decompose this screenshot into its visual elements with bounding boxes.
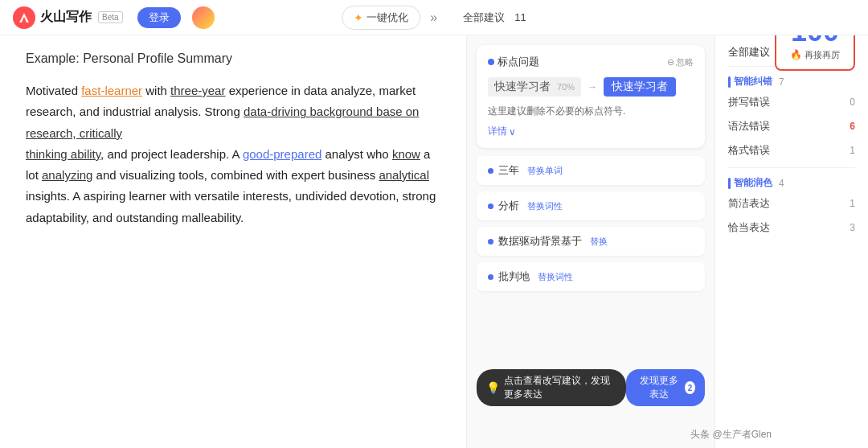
discover-button[interactable]: 发现更多表达 2 [626,369,705,406]
more-button[interactable]: » [427,10,440,25]
suggestion-panel: 标点问题 ⊖ 忽略 快速学习者 70% → 快速学习者 这里建议删除不必要的标点… [466,35,715,448]
ignore-label: 忽略 [676,56,694,68]
beta-badge: Beta [98,11,123,23]
concise-count: 1 [850,198,855,209]
editor-area: Example: Personal Profile Summary Motiva… [0,35,466,448]
text-good-prepared: good-prepared [243,147,321,161]
avatar-button[interactable] [192,6,215,29]
suggestion-action-2[interactable]: 替换词性 [527,200,563,212]
suggestion-item-2[interactable]: 分析 替换词性 [477,191,705,220]
logo-text: 火山写作 [40,9,92,26]
group-polish-label: 智能润色 [734,176,772,190]
appropriate-label: 恰当表达 [728,220,770,235]
format-count: 1 [850,145,855,156]
text-fast-learner: fast-learner [81,84,142,97]
item-format[interactable]: 格式错误 1 [728,138,855,162]
word-suggested[interactable]: 快速学习者 [604,77,676,97]
section-bar-2 [728,178,731,189]
navbar-center: ✦ 一键优化 » 全部建议 11 [342,6,526,30]
group-polish-count: 4 [779,178,784,189]
suggestions-count: 11 [514,11,526,23]
login-button[interactable]: 登录 [137,7,181,28]
group-polish-title: 智能润色 4 [728,173,855,191]
optimize-button[interactable]: ✦ 一键优化 [342,6,420,30]
grammar-label: 语法错误 [728,119,770,134]
format-label: 格式错误 [728,143,770,158]
chevron-down-icon: ∨ [509,126,516,138]
appropriate-count: 3 [850,222,855,233]
suggestion-item-4[interactable]: 批判地 替换词性 [477,262,705,291]
text-plain-8: insights. A aspiring learner with versat… [26,189,436,224]
text-plain-2: with [142,84,170,97]
doc-title: Example: Personal Profile Summary [26,51,440,66]
bulb-icon: 💡 [486,381,500,394]
doc-content: Motivated fast-learner with three-year e… [26,80,440,228]
score-subtitle: 🔥 再接再厉 [790,49,840,61]
item-concise[interactable]: 简洁表达 1 [728,191,855,216]
group-polish: 智能润色 4 简洁表达 1 恰当表达 3 [728,173,855,240]
group-correction-title: 智能纠错 7 [728,72,855,90]
detail-label: 详情 [488,125,507,138]
suggestion-dot-1 [488,168,493,174]
optimize-label: 一键优化 [366,10,408,25]
group-correction-count: 7 [779,76,784,88]
text-plain-4: , and project leadership. A [100,147,243,161]
text-analyzing: analyzing [42,168,92,182]
divider-2 [728,167,855,168]
item-appropriate[interactable]: 恰当表达 3 [728,216,855,240]
item-grammar[interactable]: 语法错误 6 [728,114,855,138]
group-correction-label: 智能纠错 [734,75,772,88]
text-plain-5: analyst who [321,147,392,161]
text-know: know [392,147,420,161]
suggestion-dot-4 [488,274,493,280]
text-plain-1: Motivated [26,84,81,97]
suggestion-dot-2 [488,203,493,209]
word-arrow-icon: → [588,81,597,92]
navbar: 火山写作 Beta 登录 ✦ 一键优化 » 全部建议 11 [0,0,868,35]
ignore-button[interactable]: ⊖ 忽略 [667,56,694,68]
grammar-count: 6 [850,121,855,132]
card-tag: 标点问题 [488,55,539,69]
circle-x-icon: ⊖ [667,57,674,68]
hint-bubble: 💡 点击查看改写建议，发现更多表达 [477,369,626,406]
hint-label: 点击查看改写建议，发现更多表达 [504,374,616,401]
original-score: 70% [557,82,575,92]
item-spelling[interactable]: 拼写错误 0 [728,90,855,114]
text-plain-7: and visualizing tools, combined with exp… [92,168,379,182]
all-suggestions-label: 全部建议 [728,45,770,60]
suggestion-label-1: 三年 [498,163,519,178]
logo-area: 火山写作 Beta 登录 [13,6,215,29]
section-bar-1 [728,76,731,88]
original-text: 快速学习者 [494,80,551,92]
card-header: 标点问题 ⊖ 忽略 [488,55,694,69]
card-words: 快速学习者 70% → 快速学习者 [488,77,694,97]
text-three-year: three-year [170,84,225,97]
word-original: 快速学习者 70% [488,77,581,97]
suggestion-label-3: 数据驱动背景基于 [498,234,582,249]
score-sub-label: 再接再厉 [805,49,840,61]
suggestion-action-3[interactable]: 替换 [590,236,608,248]
suggestion-action-1[interactable]: 替换单词 [527,165,563,177]
suggestion-label-2: 分析 [498,199,519,213]
discover-badge: 2 [685,381,695,394]
spelling-count: 0 [850,97,855,108]
card-tag-text: 标点问题 [497,55,539,69]
tag-dot [488,59,494,65]
main-area: Example: Personal Profile Summary Motiva… [0,35,868,448]
group-correction: 智能纠错 7 拼写错误 0 语法错误 6 格式错误 1 [728,72,855,162]
star-icon: ✦ [354,11,363,24]
text-analytical: analytical [379,168,429,182]
bottom-banner: 💡 点击查看改写建议，发现更多表达 发现更多表达 2 [477,369,705,406]
logo-icon [13,6,35,29]
concise-label: 简洁表达 [728,196,770,211]
spelling-label: 拼写错误 [728,95,770,109]
suggestion-action-4[interactable]: 替换词性 [538,271,573,283]
right-panel: 全部建议 11 智能纠错 7 拼写错误 0 语法错误 6 格式错误 1 [715,35,868,448]
suggestion-item-3[interactable]: 数据驱动背景基于 替换 [477,227,705,256]
card-description: 这里建议删除不必要的标点符号. [488,105,694,118]
discover-label: 发现更多表达 [636,374,682,401]
suggestion-label-4: 批判地 [498,269,530,284]
suggestion-item-1[interactable]: 三年 替换单词 [477,156,705,185]
card-detail-button[interactable]: 详情 ∨ [488,125,694,138]
suggestion-dot-3 [488,239,493,245]
